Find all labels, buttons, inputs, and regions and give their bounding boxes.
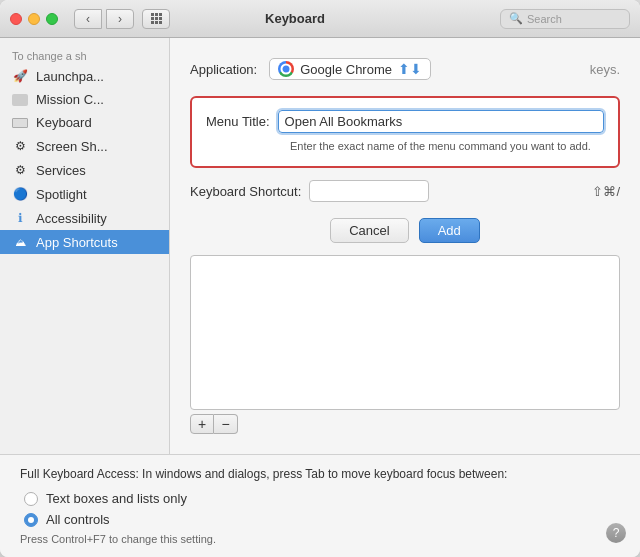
sidebar-item-services[interactable]: ⚙ Services <box>0 158 169 182</box>
dialog-box: Menu Title: Enter the exact name of the … <box>190 96 620 168</box>
radio-all-controls-button[interactable] <box>24 513 38 527</box>
keyboard-window: ‹ › Keyboard 🔍 Search To change a sh 🚀 L… <box>0 0 640 557</box>
menu-title-hint: Enter the exact name of the menu command… <box>290 139 604 154</box>
maximize-button[interactable] <box>46 13 58 25</box>
application-label: Application: <box>190 62 257 77</box>
mission-control-icon <box>12 94 28 106</box>
remove-shortcut-button[interactable]: − <box>214 414 238 434</box>
radio-all-controls-label: All controls <box>46 512 110 527</box>
sidebar-item-label: Launchpa... <box>36 69 104 84</box>
sidebar: To change a sh 🚀 Launchpa... Mission C..… <box>0 38 170 454</box>
radio-group: Text boxes and lists only All controls <box>24 491 620 527</box>
application-row: Application: Google Chrome ⬆⬇ keys. <box>190 58 620 80</box>
radio-all-controls[interactable]: All controls <box>24 512 620 527</box>
radio-text-boxes[interactable]: Text boxes and lists only <box>24 491 620 506</box>
services-icon: ⚙ <box>12 162 28 178</box>
bottom-section: Full Keyboard Access: In windows and dia… <box>0 454 640 557</box>
sidebar-item-accessibility[interactable]: ℹ Accessibility <box>0 206 169 230</box>
accessibility-icon: ℹ <box>12 210 28 226</box>
shortcut-hint: ⇧⌘/ <box>592 184 620 199</box>
help-button[interactable]: ? <box>606 523 626 543</box>
radio-checked-indicator <box>28 517 34 523</box>
sidebar-item-keyboard[interactable]: Keyboard <box>0 111 169 134</box>
sidebar-item-label: Screen Sh... <box>36 139 108 154</box>
keyboard-shortcut-input[interactable] <box>309 180 429 202</box>
sidebar-label: To change a sh <box>0 46 169 64</box>
sidebar-item-label: Keyboard <box>36 115 92 130</box>
sidebar-item-app-shortcuts[interactable]: ⛰ App Shortcuts <box>0 230 169 254</box>
app-shortcuts-icon: ⛰ <box>12 234 28 250</box>
main-panel: Application: Google Chrome ⬆⬇ keys. Menu… <box>170 38 640 454</box>
sidebar-item-label: Spotlight <box>36 187 87 202</box>
menu-title-input[interactable] <box>278 110 604 133</box>
keyboard-icon <box>12 118 28 128</box>
window-title: Keyboard <box>90 11 500 26</box>
shortcut-list <box>190 255 620 410</box>
sidebar-item-screen-shots[interactable]: ⚙ Screen Sh... <box>0 134 169 158</box>
sidebar-item-label: Accessibility <box>36 211 107 226</box>
menu-title-label: Menu Title: <box>206 114 270 129</box>
select-arrow-icon: ⬆⬇ <box>398 61 422 77</box>
action-buttons: Cancel Add <box>190 218 620 243</box>
cancel-button[interactable]: Cancel <box>330 218 408 243</box>
sidebar-item-mission-control[interactable]: Mission C... <box>0 88 169 111</box>
sidebar-item-launchpad[interactable]: 🚀 Launchpa... <box>0 64 169 88</box>
setting-hint: Press Control+F7 to change this setting. <box>20 533 620 545</box>
content-area: To change a sh 🚀 Launchpa... Mission C..… <box>0 38 640 454</box>
application-value: Google Chrome <box>300 62 392 77</box>
shortcut-row: Keyboard Shortcut: ⇧⌘/ <box>190 180 620 202</box>
fka-text: Full Keyboard Access: In windows and dia… <box>20 467 620 481</box>
chrome-icon <box>278 61 294 77</box>
screen-shots-icon: ⚙ <box>12 138 28 154</box>
list-controls: + − <box>190 414 620 434</box>
search-icon: 🔍 <box>509 12 523 25</box>
application-select[interactable]: Google Chrome ⬆⬇ <box>269 58 431 80</box>
search-bar[interactable]: 🔍 Search <box>500 9 630 29</box>
minimize-button[interactable] <box>28 13 40 25</box>
keys-hint: keys. <box>580 62 620 77</box>
sidebar-item-spotlight[interactable]: 🔵 Spotlight <box>0 182 169 206</box>
menu-title-row: Menu Title: <box>206 110 604 133</box>
sidebar-item-label: App Shortcuts <box>36 235 118 250</box>
title-bar: ‹ › Keyboard 🔍 Search <box>0 0 640 38</box>
spotlight-icon: 🔵 <box>12 186 28 202</box>
shortcut-label: Keyboard Shortcut: <box>190 184 301 199</box>
sidebar-item-label: Mission C... <box>36 92 104 107</box>
traffic-lights <box>10 13 58 25</box>
sidebar-item-label: Services <box>36 163 86 178</box>
radio-text-boxes-label: Text boxes and lists only <box>46 491 187 506</box>
search-placeholder: Search <box>527 13 562 25</box>
add-button[interactable]: Add <box>419 218 480 243</box>
launchpad-icon: 🚀 <box>12 68 28 84</box>
add-shortcut-button[interactable]: + <box>190 414 214 434</box>
close-button[interactable] <box>10 13 22 25</box>
radio-text-boxes-button[interactable] <box>24 492 38 506</box>
